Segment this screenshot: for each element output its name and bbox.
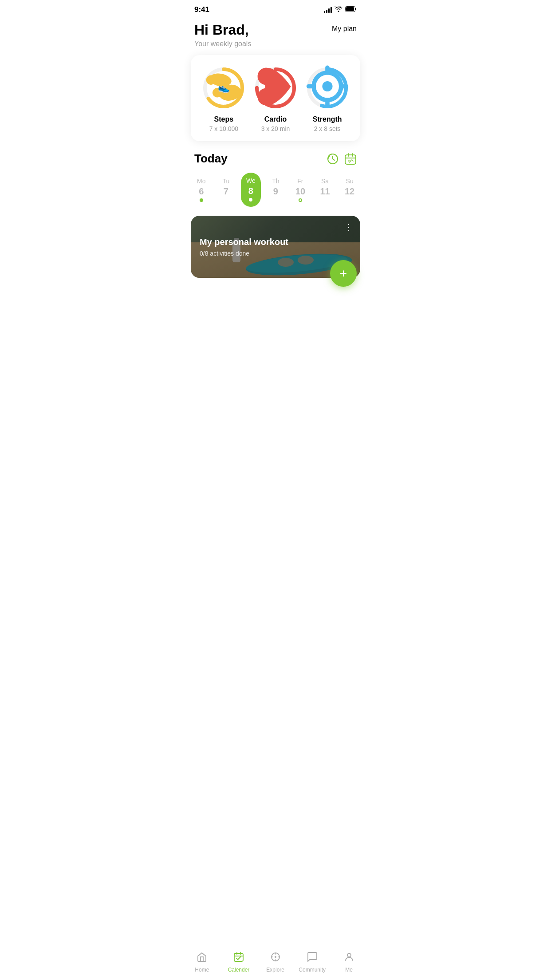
strength-value: 2 x 8 sets bbox=[314, 125, 341, 132]
cardio-ring bbox=[253, 66, 298, 110]
cal-day-sa[interactable]: Sa 11 bbox=[315, 178, 335, 202]
svg-rect-1 bbox=[346, 7, 354, 11]
cal-day-mo[interactable]: Mo 6 bbox=[192, 178, 211, 202]
cal-day-num-mo: 6 bbox=[199, 186, 204, 197]
status-icons bbox=[324, 6, 357, 14]
status-time: 9:41 bbox=[194, 5, 209, 14]
svg-rect-23 bbox=[348, 160, 350, 162]
cal-day-we[interactable]: We 8 bbox=[241, 173, 261, 207]
cal-day-num-su: 12 bbox=[345, 186, 354, 197]
greeting-name: Hi Brad, bbox=[194, 21, 251, 38]
cal-dot-tu bbox=[224, 198, 228, 202]
cal-day-num-th: 9 bbox=[273, 186, 278, 197]
today-title: Today bbox=[194, 152, 228, 166]
cal-dot-su bbox=[348, 198, 351, 202]
steps-label: Steps bbox=[214, 115, 234, 123]
cal-day-name-su: Su bbox=[346, 178, 354, 185]
goal-steps: 👟 Steps 7 x 10.000 bbox=[201, 66, 246, 132]
cal-dot-th bbox=[274, 198, 277, 202]
calendar-strip: Mo 6 Tu 7 We 8 Th 9 Fr 10 Sa bbox=[184, 173, 367, 216]
cal-day-num-sa: 11 bbox=[320, 186, 330, 197]
my-plan-button[interactable]: My plan bbox=[332, 25, 357, 33]
cal-day-name-th: Th bbox=[272, 178, 279, 185]
status-bar: 9:41 bbox=[184, 0, 367, 18]
workout-menu-button[interactable]: ⋮ bbox=[344, 223, 353, 232]
workout-subtitle: 0/8 activities done bbox=[200, 250, 351, 257]
goal-strength: Strength 2 x 8 sets bbox=[305, 66, 350, 132]
cal-day-num-fr: 10 bbox=[295, 186, 305, 197]
cal-day-th[interactable]: Th 9 bbox=[266, 178, 285, 202]
svg-point-17 bbox=[322, 81, 332, 91]
cal-day-fr[interactable]: Fr 10 bbox=[291, 178, 310, 202]
cardio-icon bbox=[253, 64, 298, 111]
workout-title: My personal workout bbox=[200, 237, 351, 247]
cal-day-name-tu: Tu bbox=[222, 178, 229, 185]
cardio-label: Cardio bbox=[264, 115, 287, 123]
cal-day-name-mo: Mo bbox=[197, 178, 205, 185]
strength-label: Strength bbox=[313, 115, 342, 123]
greeting-block: Hi Brad, Your weekly goals bbox=[194, 21, 251, 48]
cal-dot-fr bbox=[299, 198, 302, 202]
calendar-icon bbox=[344, 153, 357, 165]
goals-card: 👟 Steps 7 x 10.000 Cardio 3 x 20 min bbox=[191, 55, 360, 141]
wifi-icon bbox=[335, 6, 342, 14]
history-icon bbox=[327, 153, 339, 165]
add-button[interactable]: + bbox=[330, 260, 357, 287]
cal-day-num-we: 8 bbox=[248, 186, 253, 196]
page-wrapper: 9:41 bbox=[184, 0, 367, 327]
signal-icon bbox=[324, 7, 332, 13]
cal-dot-mo bbox=[200, 198, 203, 202]
today-section-header: Today bbox=[184, 152, 367, 173]
steps-value: 7 x 10.000 bbox=[209, 125, 238, 132]
cal-day-su[interactable]: Su 12 bbox=[340, 178, 359, 202]
svg-rect-19 bbox=[345, 155, 356, 164]
greeting-subtitle: Your weekly goals bbox=[194, 40, 251, 48]
cal-dot-we bbox=[249, 198, 252, 202]
header: Hi Brad, Your weekly goals My plan bbox=[184, 18, 367, 55]
cardio-value: 3 x 20 min bbox=[261, 125, 290, 132]
cal-day-num-tu: 7 bbox=[224, 186, 228, 197]
plus-icon: + bbox=[340, 266, 347, 281]
cal-day-tu[interactable]: Tu 7 bbox=[216, 178, 236, 202]
history-button[interactable] bbox=[327, 153, 339, 165]
cal-dot-sa bbox=[323, 198, 327, 202]
cal-day-name-fr: Fr bbox=[297, 178, 303, 185]
strength-ring bbox=[305, 66, 350, 110]
steps-icon-char: 👟 bbox=[218, 82, 230, 94]
cal-day-name-sa: Sa bbox=[321, 178, 329, 185]
strength-icon bbox=[305, 64, 350, 112]
steps-ring: 👟 bbox=[201, 66, 246, 110]
goal-cardio: Cardio 3 x 20 min bbox=[253, 66, 298, 132]
cal-day-name-we: We bbox=[246, 177, 256, 184]
today-actions bbox=[327, 153, 357, 165]
calendar-button[interactable] bbox=[344, 153, 357, 165]
battery-icon bbox=[345, 6, 357, 14]
